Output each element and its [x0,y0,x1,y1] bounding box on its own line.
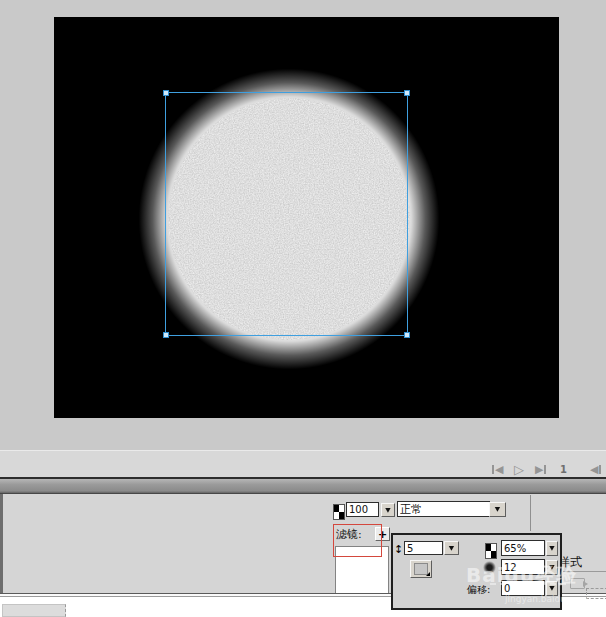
step-back-icon [599,465,601,474]
chevron-down-icon: ▼ [495,506,500,512]
strength-value-input[interactable] [501,540,545,556]
step-back-button[interactable]: ◀ [590,463,602,476]
first-frame-button[interactable]: ◀ [491,463,503,476]
color-swatch-button[interactable] [410,560,432,578]
chevron-down-icon: ▼ [449,545,454,551]
splitter-bar[interactable] [0,479,606,494]
frame-number: 1 [560,464,567,475]
application-window: ◀ ▷ ▶ 1 ◀ ▼ ▼ 滤镜: + 样式 ↕ ▼ ▼ [0,0,606,617]
panel-left-edge [0,494,3,593]
column-divider [530,495,531,531]
blur-value-input[interactable] [404,541,443,555]
blur-dropdown-button[interactable]: ▼ [444,541,459,555]
strength-checker-icon [485,543,497,559]
swatch-corner-arrow-icon [426,572,430,576]
blend-mode-dropdown-button[interactable]: ▼ [489,502,506,517]
selection-box [165,92,408,336]
selection-handle[interactable] [404,332,410,338]
strength-dropdown-button[interactable]: ▼ [546,541,558,556]
last-frame-icon: ▶ [535,463,543,476]
step-back-icon: ◀ [590,463,598,476]
selection-handle[interactable] [163,90,169,96]
annotation-highlight-rect [333,524,382,557]
first-frame-icon [492,465,494,474]
play-icon: ▷ [514,463,524,476]
first-frame-icon: ◀ [495,463,503,476]
watermark-subtitle: jingyan.baidu.com [505,594,588,604]
last-frame-button[interactable]: ▶ [535,463,547,476]
alpha-value-input[interactable] [346,502,379,517]
play-button[interactable]: ▷ [514,463,524,476]
dashed-placeholder-box [586,588,606,599]
selection-handle[interactable] [404,90,410,96]
horizontal-scrollbar-thumb[interactable] [2,604,66,617]
alpha-dropdown-button[interactable]: ▼ [381,503,395,517]
alpha-checker-icon [333,504,345,520]
chevron-down-icon: ▼ [385,507,390,513]
blur-axis-icon: ↕ [394,543,403,556]
chevron-down-icon: ▼ [549,545,554,551]
last-frame-icon [544,465,546,474]
selection-handle[interactable] [163,332,169,338]
watermark-dash [490,583,566,585]
blend-mode-select[interactable] [397,501,490,517]
